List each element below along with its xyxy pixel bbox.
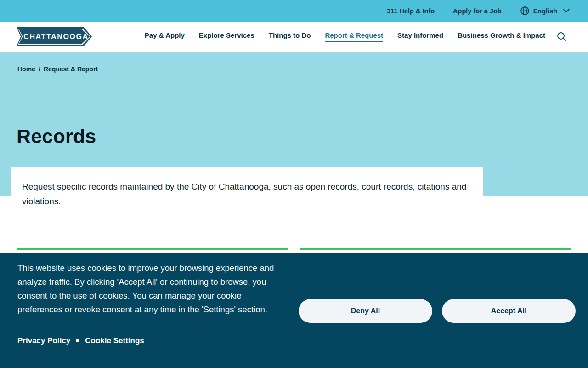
- breadcrumb-home-link[interactable]: Home: [17, 65, 35, 73]
- deny-all-button[interactable]: Deny All: [299, 299, 432, 323]
- chevron-down-icon: [563, 9, 570, 13]
- language-selector[interactable]: English: [520, 6, 570, 16]
- utility-topbar: 311 Help & Info Apply for a Job English: [0, 0, 588, 22]
- square-bullet-separator: [76, 339, 79, 342]
- logo-text: CHATTANOOGA: [20, 33, 88, 41]
- nav-report-request[interactable]: Report & Request: [325, 31, 383, 42]
- breadcrumb-current: Request & Report: [44, 65, 98, 73]
- breadcrumb-separator: /: [39, 65, 40, 73]
- cookie-message: This website uses cookies to improve you…: [17, 261, 288, 316]
- intro-text: Request specific records maintained by t…: [22, 179, 471, 209]
- intro-card: Request specific records maintained by t…: [11, 167, 483, 226]
- search-icon[interactable]: [556, 31, 567, 42]
- cookie-consent-banner: This website uses cookies to improve you…: [0, 253, 588, 368]
- page-title: Records: [17, 125, 96, 148]
- cookie-settings-link[interactable]: Cookie Settings: [85, 336, 144, 345]
- nav-business-growth[interactable]: Business Growth & Impact: [458, 31, 545, 42]
- nav-stay-informed[interactable]: Stay Informed: [397, 31, 443, 42]
- globe-icon: [520, 6, 530, 16]
- language-label: English: [533, 7, 557, 15]
- chattanooga-logo[interactable]: CHATTANOOGA: [17, 27, 92, 46]
- topbar-link-311-help[interactable]: 311 Help & Info: [387, 7, 435, 15]
- cookie-links-row: Privacy Policy Cookie Settings: [17, 336, 144, 345]
- logo-badge-inner: CHATTANOOGA: [19, 29, 90, 44]
- topbar-link-apply-job[interactable]: Apply for a Job: [453, 7, 502, 15]
- breadcrumb: Home / Request & Report: [17, 65, 98, 73]
- site-header: CHATTANOOGA Pay & Apply Explore Services…: [0, 22, 588, 52]
- privacy-policy-link[interactable]: Privacy Policy: [17, 336, 70, 345]
- primary-nav: Pay & Apply Explore Services Things to D…: [145, 31, 545, 42]
- nav-explore-services[interactable]: Explore Services: [199, 31, 254, 42]
- nav-pay-apply[interactable]: Pay & Apply: [145, 31, 185, 42]
- accept-all-button[interactable]: Accept All: [442, 299, 576, 323]
- nav-things-to-do[interactable]: Things to Do: [269, 31, 311, 42]
